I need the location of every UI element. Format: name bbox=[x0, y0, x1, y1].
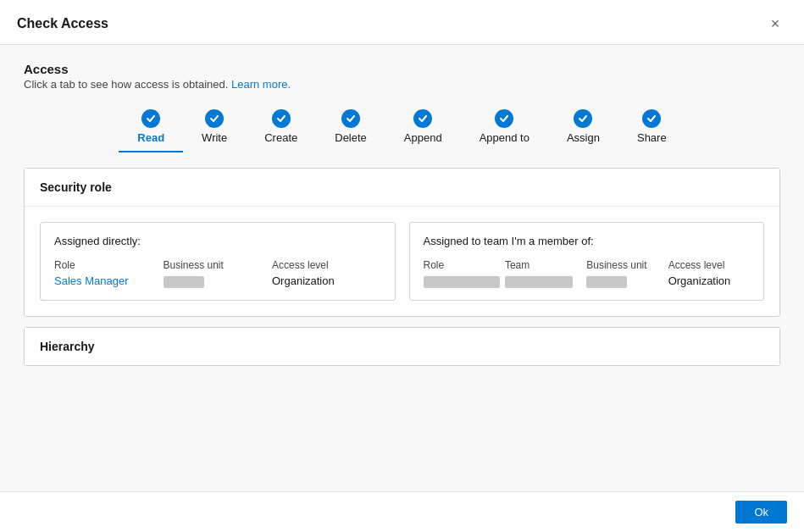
assigned-directly-title: Assigned directly: bbox=[54, 235, 381, 247]
dialog-header: Check Access × bbox=[0, 0, 804, 45]
tab-read[interactable]: Read bbox=[119, 106, 183, 152]
hierarchy-panel-header: Hierarchy bbox=[25, 328, 779, 365]
blurred-team-bu bbox=[586, 276, 627, 288]
cell-team-role bbox=[424, 274, 505, 288]
cell-team-access-level: Organization bbox=[668, 274, 750, 288]
tab-append[interactable]: Append bbox=[385, 106, 461, 152]
cell-team-business-unit bbox=[586, 274, 668, 288]
tab-read-check bbox=[141, 109, 160, 128]
tab-write-label: Write bbox=[202, 131, 227, 144]
ok-button[interactable]: Ok bbox=[735, 501, 787, 524]
tab-assign-label: Assign bbox=[567, 131, 600, 144]
blurred-role bbox=[424, 276, 500, 288]
tab-write[interactable]: Write bbox=[183, 106, 246, 152]
dialog-body: Access Click a tab to see how access is … bbox=[0, 45, 804, 491]
close-button[interactable]: × bbox=[763, 12, 787, 36]
tab-append-check bbox=[413, 109, 432, 128]
tab-share[interactable]: Share bbox=[618, 106, 685, 152]
access-title: Access bbox=[24, 62, 780, 76]
col-team-business-unit: Business unit bbox=[586, 259, 668, 271]
cell-role: Sales Manager bbox=[54, 274, 164, 288]
tab-create-label: Create bbox=[264, 131, 297, 144]
col-business-unit: Business unit bbox=[164, 259, 273, 271]
col-role: Role bbox=[54, 259, 164, 271]
col-access-level: Access level bbox=[272, 259, 381, 271]
hierarchy-panel: Hierarchy bbox=[24, 327, 780, 366]
assigned-directly-header: Role Business unit Access level bbox=[54, 259, 381, 271]
cell-team-name bbox=[505, 274, 586, 288]
access-subtitle: Click a tab to see how access is obtaine… bbox=[24, 78, 780, 91]
access-section: Access Click a tab to see how access is … bbox=[24, 62, 780, 91]
table-row: Sales Manager Organization bbox=[54, 274, 381, 288]
tab-append-to[interactable]: Append to bbox=[461, 106, 548, 152]
assigned-directly-table: Role Business unit Access level Sales Ma… bbox=[54, 259, 381, 288]
access-subtitle-text: Click a tab to see how access is obtaine… bbox=[24, 78, 228, 91]
cell-access-level: Organization bbox=[272, 274, 381, 288]
role-link-manager[interactable]: Manager bbox=[85, 274, 128, 287]
tab-append-to-label: Append to bbox=[480, 131, 530, 144]
tab-share-check bbox=[642, 109, 661, 128]
check-access-dialog: Check Access × Access Click a tab to see… bbox=[0, 0, 804, 532]
assigned-team-card: Assigned to team I'm a member of: Role T… bbox=[409, 222, 765, 301]
tab-create[interactable]: Create bbox=[246, 106, 316, 152]
col-team-access-level: Access level bbox=[668, 259, 750, 271]
security-role-panel-header: Security role bbox=[25, 169, 779, 207]
tab-delete-check bbox=[341, 109, 360, 128]
security-role-panel-body: Assigned directly: Role Business unit Ac… bbox=[25, 207, 779, 316]
assigned-team-header: Role Team Business unit Access level bbox=[424, 259, 751, 271]
cell-business-unit bbox=[164, 274, 273, 288]
tab-share-label: Share bbox=[637, 131, 667, 144]
assigned-team-title: Assigned to team I'm a member of: bbox=[424, 235, 751, 247]
tab-read-label: Read bbox=[137, 131, 164, 144]
tab-append-label: Append bbox=[404, 131, 442, 144]
tab-assign[interactable]: Assign bbox=[548, 106, 618, 152]
access-tabs: Read Write Create Delete bbox=[24, 106, 780, 152]
col-team: Team bbox=[505, 259, 586, 271]
tab-append-to-check bbox=[495, 109, 513, 128]
tab-create-check bbox=[272, 109, 291, 128]
tab-assign-check bbox=[574, 109, 592, 128]
assigned-team-table: Role Team Business unit Access level bbox=[424, 259, 751, 288]
assigned-directly-card: Assigned directly: Role Business unit Ac… bbox=[40, 222, 396, 301]
learn-more-link[interactable]: Learn more. bbox=[231, 78, 291, 91]
tab-delete-label: Delete bbox=[335, 131, 367, 144]
tab-delete[interactable]: Delete bbox=[316, 106, 385, 152]
dialog-title: Check Access bbox=[17, 16, 108, 31]
role-link-sales[interactable]: Sales bbox=[54, 274, 82, 287]
blurred-team bbox=[505, 276, 573, 288]
dialog-footer: Ok bbox=[0, 491, 804, 532]
col-team-role: Role bbox=[424, 259, 505, 271]
tab-write-check bbox=[205, 109, 224, 128]
security-role-panel: Security role Assigned directly: Role Bu… bbox=[24, 168, 780, 317]
blurred-business-unit bbox=[164, 276, 204, 288]
table-row: Organization bbox=[424, 274, 751, 288]
